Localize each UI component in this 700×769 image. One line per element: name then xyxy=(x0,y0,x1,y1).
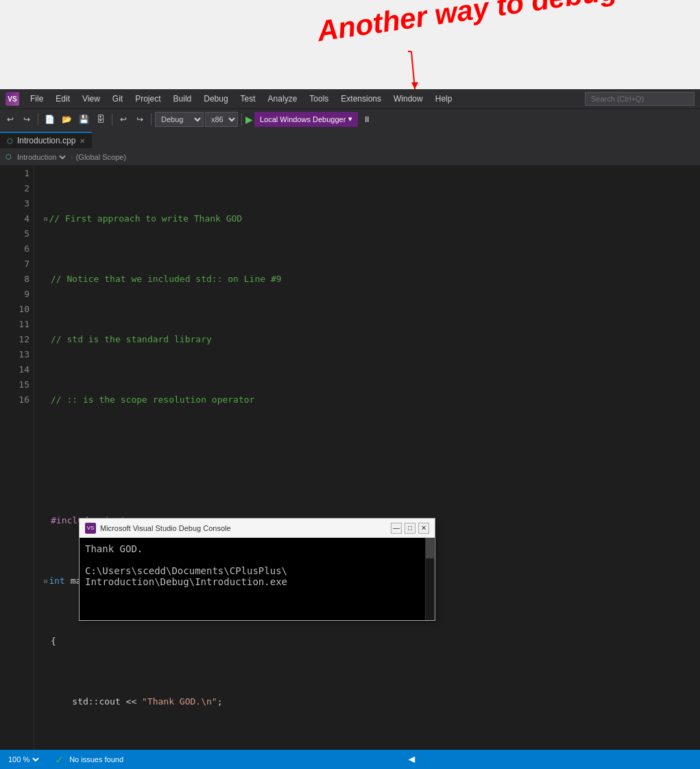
line-13: 13 xyxy=(0,347,34,362)
console-body: Thank GOD. C:\Users\scedd\Documents\CPlu… xyxy=(80,538,435,620)
menu-build[interactable]: Build xyxy=(168,91,197,106)
line-8: 8 xyxy=(0,272,34,287)
menu-test[interactable]: Test xyxy=(235,91,261,106)
status-scroll-left[interactable]: ◄ xyxy=(407,753,418,766)
zoom-select[interactable]: 100 % 75 % 125 % xyxy=(5,755,41,764)
collapse-1[interactable]: ⊟ xyxy=(44,211,47,226)
line-4: 4 xyxy=(0,211,34,226)
line-5: 5 xyxy=(0,226,34,241)
statusbar: 100 % 75 % 125 % | ✓ No issues found ◄ xyxy=(0,750,700,769)
code-line-5 xyxy=(37,453,700,468)
debugger-dropdown-icon[interactable]: ▾ xyxy=(348,115,352,123)
toolbar-save[interactable]: 💾 xyxy=(76,112,92,127)
code-line-8: { xyxy=(37,634,700,649)
local-debugger-button[interactable]: Local Windows Debugger ▾ xyxy=(254,112,358,127)
collapse-7[interactable]: ⊟ xyxy=(44,573,47,589)
sep3 xyxy=(151,113,152,126)
toolbar-undo[interactable]: ↩ xyxy=(116,112,131,127)
sep1 xyxy=(38,113,38,126)
breadcrumb-global: (Global Scope) xyxy=(76,153,126,161)
line-10: 10 xyxy=(0,302,34,317)
menu-edit[interactable]: Edit xyxy=(50,91,75,106)
console-minimize-button[interactable]: — xyxy=(391,523,402,534)
console-output-line1: Thank GOD. xyxy=(85,543,429,554)
toolbar-open[interactable]: 📂 xyxy=(59,112,75,127)
line-9: 9 xyxy=(0,287,34,302)
sep4 xyxy=(241,113,242,126)
console-scrollbar[interactable] xyxy=(425,538,435,620)
line-7: 7 xyxy=(0,257,34,272)
svg-marker-3 xyxy=(411,82,418,89)
console-output-line2 xyxy=(85,554,429,565)
sep2 xyxy=(112,113,112,126)
menu-debug[interactable]: Debug xyxy=(198,91,233,106)
toolbar-forward[interactable]: ↪ xyxy=(19,112,34,127)
annotation-overlay: Another way to debug xyxy=(261,0,700,93)
menu-project[interactable]: Project xyxy=(130,91,166,106)
platform-select[interactable]: x86 x64 xyxy=(205,112,238,127)
console-output-line4: Introduction\Debug\Introduction.exe xyxy=(85,576,429,587)
play-icon: ▶ xyxy=(245,114,253,125)
menu-view[interactable]: View xyxy=(77,91,106,106)
vs-logo: VS xyxy=(5,92,19,106)
toolbar-save-all[interactable]: 🗄 xyxy=(93,112,108,127)
menu-git[interactable]: Git xyxy=(107,91,128,106)
code-line-1: ⊟ // First approach to write Thank GOD xyxy=(37,211,700,226)
tab-introduction-cpp[interactable]: ⬡ Introduction.cpp ✕ xyxy=(0,132,92,148)
line-11: 11 xyxy=(0,317,34,332)
line-1: 1 xyxy=(0,166,34,181)
menu-tools[interactable]: Tools xyxy=(304,91,334,106)
status-text: No issues found xyxy=(69,755,123,764)
toolbar-pause[interactable]: ⏸ xyxy=(359,112,374,127)
tab-icon: ⬡ xyxy=(7,137,13,145)
status-check-icon: ✓ xyxy=(55,753,64,766)
code-line-2: // Notice that we included std:: on Line… xyxy=(37,272,700,287)
code-line-4: // :: is the scope resolution operator xyxy=(37,392,700,407)
menu-file[interactable]: File xyxy=(25,91,49,106)
menubar: VS File Edit View Git Project Build Debu… xyxy=(0,89,700,108)
menu-help[interactable]: Help xyxy=(430,91,458,106)
breadcrumb-class-select[interactable]: Introduction xyxy=(14,152,68,162)
tab-close-button[interactable]: ✕ xyxy=(80,137,85,145)
tabbar: ⬡ Introduction.cpp ✕ xyxy=(0,129,700,148)
console-title: Microsoft Visual Studio Debug Console xyxy=(100,524,387,532)
menu-analyze[interactable]: Analyze xyxy=(263,91,303,106)
line-numbers: 1 2 3 4 5 6 7 8 9 10 11 12 13 14 15 16 xyxy=(0,166,34,750)
breadcrumb-bar: ⬡ Introduction › (Global Scope) xyxy=(0,148,700,166)
line-2: 2 xyxy=(0,181,34,196)
console-titlebar: VS Microsoft Visual Studio Debug Console… xyxy=(80,519,435,538)
line-15: 15 xyxy=(0,377,34,392)
tab-label: Introduction.cpp xyxy=(17,136,75,145)
line-12: 12 xyxy=(0,332,34,347)
config-select[interactable]: Debug Release xyxy=(155,112,204,127)
svg-line-1 xyxy=(411,51,415,89)
code-content: ⊟ // First approach to write Thank GOD /… xyxy=(34,166,700,750)
debugger-label: Local Windows Debugger xyxy=(260,115,346,123)
toolbar-redo[interactable]: ↪ xyxy=(132,112,147,127)
console-scroll-thumb[interactable] xyxy=(426,538,434,558)
code-line-3: // std is the standard library xyxy=(37,332,700,347)
breadcrumb-scope: ⬡ Introduction › (Global Scope) xyxy=(0,152,132,162)
line-6: 6 xyxy=(0,241,34,257)
console-close-button[interactable]: ✕ xyxy=(418,523,429,534)
line-16: 16 xyxy=(0,392,34,407)
debug-console: VS Microsoft Visual Studio Debug Console… xyxy=(79,518,435,621)
code-editor: 1 2 3 4 5 6 7 8 9 10 11 12 13 14 15 16 ⊟… xyxy=(0,166,700,750)
search-input[interactable] xyxy=(585,92,695,106)
code-area[interactable]: ⊟ // First approach to write Thank GOD /… xyxy=(34,166,700,750)
menu-extensions[interactable]: Extensions xyxy=(335,91,387,106)
console-app-icon: VS xyxy=(85,523,96,534)
menu-window[interactable]: Window xyxy=(388,91,429,106)
toolbar-back[interactable]: ↩ xyxy=(3,112,18,127)
svg-text:Another way to debug: Another way to debug xyxy=(315,0,619,47)
toolbar-new[interactable]: 📄 xyxy=(42,112,58,127)
line-14: 14 xyxy=(0,362,34,377)
code-line-9: std::cout << "Thank GOD.\n"; xyxy=(37,694,700,709)
console-controls: — □ ✕ xyxy=(391,523,429,534)
toolbar: ↩ ↪ 📄 📂 💾 🗄 ↩ ↪ Debug Release x86 x64 ▶ … xyxy=(0,108,700,129)
console-output-line3: C:\Users\scedd\Documents\CPlusPlus\ xyxy=(85,565,429,576)
console-maximize-button[interactable]: □ xyxy=(405,523,415,534)
line-3: 3 xyxy=(0,196,34,211)
